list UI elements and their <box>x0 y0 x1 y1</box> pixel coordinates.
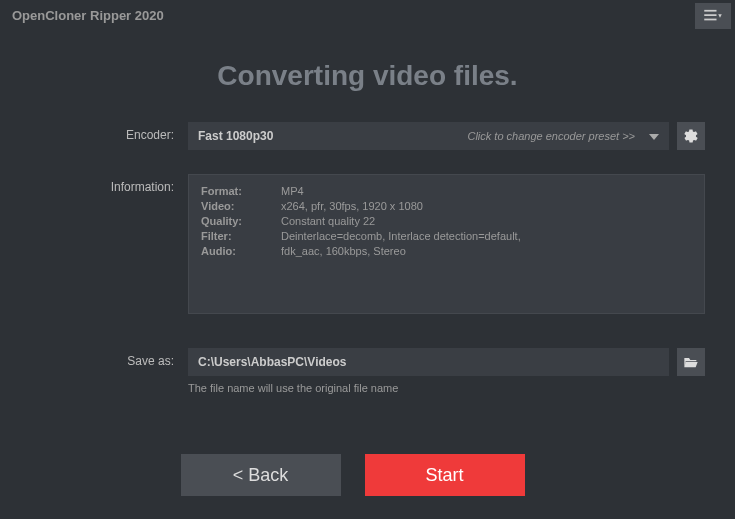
info-filter-value: Deinterlace=decomb, Interlace detection=… <box>281 230 692 242</box>
svg-marker-4 <box>649 134 659 140</box>
titlebar: OpenCloner Ripper 2020 <box>0 0 735 30</box>
encoder-preset-value: Fast 1080p30 <box>198 129 273 143</box>
info-quality-value: Constant quality 22 <box>281 215 692 227</box>
browse-folder-button[interactable] <box>677 348 705 376</box>
info-audio-value: fdk_aac, 160kbps, Stereo <box>281 245 692 257</box>
info-format-value: MP4 <box>281 185 692 197</box>
info-video-key: Video: <box>201 200 281 212</box>
information-panel: Format: MP4 Video: x264, pfr, 30fps, 192… <box>188 174 705 314</box>
info-format-key: Format: <box>201 185 281 197</box>
menu-button[interactable] <box>695 3 731 29</box>
back-button[interactable]: < Back <box>181 454 341 496</box>
app-title: OpenCloner Ripper 2020 <box>12 8 164 23</box>
info-video-value: x264, pfr, 30fps, 1920 x 1080 <box>281 200 692 212</box>
svg-marker-3 <box>718 14 722 18</box>
encoder-label: Encoder: <box>0 122 188 150</box>
page-title: Converting video files. <box>0 60 735 92</box>
information-label: Information: <box>0 174 188 314</box>
saveas-path-value: C:\Users\AbbasPC\Videos <box>198 355 347 369</box>
folder-open-icon <box>683 355 699 369</box>
svg-rect-0 <box>704 10 716 12</box>
svg-rect-1 <box>704 14 716 16</box>
svg-rect-2 <box>704 19 716 21</box>
info-quality-key: Quality: <box>201 215 281 227</box>
chevron-down-icon <box>649 129 659 143</box>
info-filter-key: Filter: <box>201 230 281 242</box>
saveas-note: The file name will use the original file… <box>188 382 705 394</box>
encoder-preset-dropdown[interactable]: Fast 1080p30 Click to change encoder pre… <box>188 122 669 150</box>
gear-icon <box>683 128 699 144</box>
saveas-path-input[interactable]: C:\Users\AbbasPC\Videos <box>188 348 669 376</box>
saveas-label: Save as: <box>0 348 188 376</box>
encoder-hint: Click to change encoder preset >> <box>467 130 643 142</box>
encoder-settings-button[interactable] <box>677 122 705 150</box>
start-button[interactable]: Start <box>365 454 525 496</box>
info-audio-key: Audio: <box>201 245 281 257</box>
hamburger-icon <box>704 9 722 23</box>
